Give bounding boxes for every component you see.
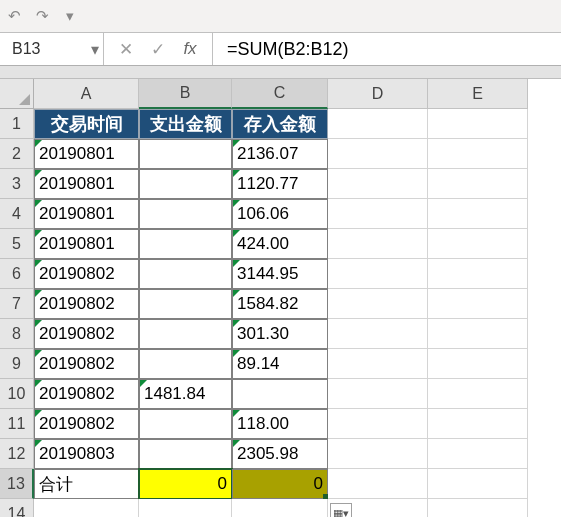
cell[interactable]: 20190802 [34,349,139,379]
cell[interactable]: 20190801 [34,229,139,259]
cell[interactable]: 2305.98 [232,439,328,469]
cell[interactable] [328,349,428,379]
cell[interactable]: 20190802 [34,319,139,349]
cell[interactable] [232,499,328,517]
cell[interactable] [328,379,428,409]
cell[interactable] [328,409,428,439]
cell[interactable] [428,109,528,139]
cell[interactable]: 存入金额 [232,109,328,139]
row-header[interactable]: 2 [0,139,34,169]
undo-button[interactable]: ↶ [0,0,28,32]
cell[interactable] [428,319,528,349]
cell[interactable] [428,289,528,319]
cell[interactable] [139,439,232,469]
cell[interactable] [232,379,328,409]
qat-dropdown[interactable]: ▾ [56,0,84,32]
name-box[interactable]: B13 ▾ [0,33,104,65]
formula-input[interactable] [213,33,561,65]
cell[interactable] [139,139,232,169]
cell[interactable] [428,499,528,517]
row-header[interactable]: 7 [0,289,34,319]
autofill-options-button[interactable]: ▦▾ [330,503,352,517]
cell[interactable] [428,229,528,259]
cell[interactable] [428,349,528,379]
row-header[interactable]: 6 [0,259,34,289]
row-header[interactable]: 5 [0,229,34,259]
column-header[interactable]: C [232,79,328,109]
column-header[interactable]: D [328,79,428,109]
column-header[interactable]: B [139,79,232,109]
cell[interactable] [328,169,428,199]
cell[interactable]: 20190802 [34,259,139,289]
cell[interactable] [328,469,428,499]
cell[interactable]: 118.00 [232,409,328,439]
cell[interactable] [328,229,428,259]
cell[interactable] [428,469,528,499]
cell[interactable] [328,139,428,169]
cell[interactable] [428,169,528,199]
select-all-corner[interactable] [0,79,34,109]
redo-button[interactable]: ↷ [28,0,56,32]
row-header[interactable]: 13 [0,469,34,499]
cell[interactable] [34,499,139,517]
cell[interactable] [428,409,528,439]
worksheet-grid[interactable]: ABCDE1交易时间支出金额存入金额2201908012136.07320190… [0,79,561,517]
cell[interactable] [428,379,528,409]
cell[interactable]: 0 [232,469,328,499]
cell[interactable] [139,409,232,439]
cell[interactable]: 89.14 [232,349,328,379]
cell[interactable] [428,139,528,169]
cell[interactable]: 301.30 [232,319,328,349]
cell[interactable]: 1120.77 [232,169,328,199]
cell[interactable] [328,319,428,349]
cell[interactable]: 3144.95 [232,259,328,289]
cell[interactable] [139,199,232,229]
cell[interactable]: 1481.84 [139,379,232,409]
cell[interactable] [139,499,232,517]
cell[interactable] [139,319,232,349]
cell[interactable] [139,349,232,379]
cell[interactable] [328,109,428,139]
row-header[interactable]: 1 [0,109,34,139]
cell[interactable]: 支出金额 [139,109,232,139]
cell[interactable]: 20190801 [34,139,139,169]
cell[interactable] [428,199,528,229]
row-header[interactable]: 4 [0,199,34,229]
cell[interactable] [428,439,528,469]
row-header[interactable]: 14 [0,499,34,517]
row-header[interactable]: 9 [0,349,34,379]
cell[interactable] [139,169,232,199]
cell[interactable]: 20190802 [34,409,139,439]
column-header[interactable]: A [34,79,139,109]
column-header[interactable]: E [428,79,528,109]
cell[interactable]: 2136.07 [232,139,328,169]
cell[interactable]: 106.06 [232,199,328,229]
chevron-down-icon[interactable]: ▾ [91,40,99,59]
cell[interactable] [139,289,232,319]
cell[interactable] [428,259,528,289]
cell[interactable]: 20190802 [34,379,139,409]
cancel-formula-button[interactable]: ✕ [110,33,142,65]
cell[interactable] [328,199,428,229]
cell[interactable]: 424.00 [232,229,328,259]
row-header[interactable]: 3 [0,169,34,199]
row-header[interactable]: 10 [0,379,34,409]
insert-function-button[interactable]: fx [174,33,206,65]
cell[interactable] [139,259,232,289]
row-header[interactable]: 12 [0,439,34,469]
cell[interactable]: 20190802 [34,289,139,319]
cell[interactable]: 1584.82 [232,289,328,319]
cell[interactable]: 20190801 [34,199,139,229]
cell[interactable]: 0 [139,469,232,499]
cell[interactable] [328,289,428,319]
cell[interactable] [139,229,232,259]
enter-formula-button[interactable]: ✓ [142,33,174,65]
cell[interactable]: 交易时间 [34,109,139,139]
cell[interactable] [328,439,428,469]
row-header[interactable]: 11 [0,409,34,439]
cell[interactable]: 合计 [34,469,139,499]
cell[interactable]: 20190803 [34,439,139,469]
cell[interactable] [328,259,428,289]
cell[interactable]: 20190801 [34,169,139,199]
row-header[interactable]: 8 [0,319,34,349]
